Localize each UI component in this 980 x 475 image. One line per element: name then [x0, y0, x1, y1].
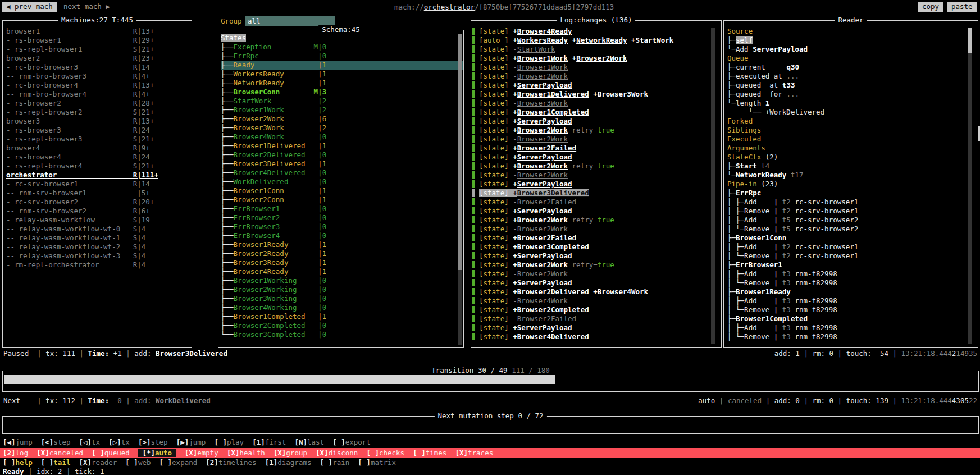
- log-row[interactable]: [state] -Browser2Work: [472, 72, 721, 81]
- log-row[interactable]: [state] -Browser2Work: [472, 135, 721, 144]
- schema-row[interactable]: ├──ErrBrowser1 |0: [221, 204, 463, 213]
- nav-play[interactable]: [ ]play: [214, 438, 244, 446]
- machine-row[interactable]: - rc-bro-browser4 R|13+: [6, 81, 192, 90]
- nav-jump[interactable]: [▶]jump: [176, 438, 206, 446]
- schema-row[interactable]: ├──NetworkReady |1: [221, 79, 463, 88]
- toggle-tail[interactable]: [ ]tail: [41, 458, 71, 467]
- log-row[interactable]: [state] +Browser2Work retry=true: [472, 126, 721, 135]
- toggle-disconn[interactable]: [X]disconn: [316, 449, 358, 457]
- reader-row[interactable]: Arguments: [727, 144, 978, 153]
- machine-row[interactable]: - rs-repl-browser1 S|21+: [6, 45, 192, 54]
- nav-step[interactable]: [<]step: [41, 438, 71, 446]
- toggle-rain[interactable]: [ ]rain: [320, 458, 350, 467]
- schema-row[interactable]: ├──WorkersReady |1: [221, 70, 463, 79]
- schema-row[interactable]: ├──Browser4Delivered |0: [221, 168, 463, 177]
- schema-row[interactable]: ├──Exception M|0: [221, 43, 463, 52]
- machine-row[interactable]: browser4 R|9+: [6, 144, 192, 153]
- reader-row[interactable]: Executed: [727, 135, 978, 144]
- toggle-help[interactable]: [ ]help: [3, 458, 33, 467]
- schema-row[interactable]: ├──Browser4Work |0: [221, 133, 463, 141]
- toggle-health[interactable]: [X]health: [227, 449, 265, 457]
- schema-row[interactable]: ├──ErrBrowser4 |0: [221, 231, 463, 240]
- machine-row[interactable]: - rc-srv-browser2 R|20+: [6, 198, 192, 207]
- machine-row[interactable]: -- relay-wasm-workflow-wt-1 S|4: [6, 234, 192, 243]
- reader-row[interactable]: Pipe-in (23): [727, 180, 978, 189]
- reader-row[interactable]: │ ├─Add | t3 rnm-f82998: [727, 323, 978, 332]
- log-row[interactable]: [auto_] +WorkersReady +NetworkReady +Sta…: [472, 36, 721, 45]
- toggle-web[interactable]: [ ]web: [125, 458, 151, 467]
- log-row[interactable]: [state] +Browser2Failed: [472, 234, 721, 243]
- reader-row[interactable]: ├─Browser1Ready: [727, 287, 978, 296]
- log-row[interactable]: [state] +Browser2Delivered +Browser4Work: [472, 287, 721, 296]
- log-row[interactable]: [state] +Browser1Delivered +Browser3Work: [472, 90, 721, 99]
- schema-row[interactable]: ├──Browser1Delivered |1: [221, 141, 463, 150]
- schema-row[interactable]: ├──Browser2Conn |1: [221, 195, 463, 204]
- log-row[interactable]: [state] +Browser4Ready: [472, 27, 721, 36]
- reader-row[interactable]: ├─Browser1Completed: [727, 314, 978, 323]
- machine-row[interactable]: - rs-browser1 R|29+: [6, 36, 192, 45]
- nav-first[interactable]: [1]first: [252, 438, 286, 446]
- machine-row[interactable]: -- rnm-bro-browser3 R|4+: [6, 72, 192, 81]
- schema-root-row[interactable]: States: [221, 34, 463, 43]
- reader-row[interactable]: └─Add ServerPayload: [727, 45, 978, 54]
- schema-row[interactable]: ├──BrowserConn M|3: [221, 88, 463, 97]
- toggle-log[interactable]: [2]log: [3, 449, 28, 457]
- nav-tx[interactable]: [◁]tx: [79, 438, 101, 446]
- reader-row[interactable]: │ ├─Add | t2 rc-srv-browser1: [727, 243, 978, 252]
- log-row[interactable]: [state] +Browser1Work +Browser2Work: [472, 54, 721, 63]
- reader-row[interactable]: │ └─Remove | t3 rnm-f82998: [727, 278, 978, 287]
- schema-row[interactable]: ├──ErrRpc |0: [221, 52, 463, 61]
- schema-row[interactable]: ├──StartWork |2: [221, 97, 463, 106]
- log-row[interactable]: [state] +ServerPayload: [472, 153, 721, 162]
- nav-step[interactable]: [>]step: [138, 438, 168, 446]
- log-row[interactable]: [state] +ServerPayload: [472, 323, 721, 332]
- schema-row[interactable]: ├──Browser1Conn |1: [221, 186, 463, 195]
- machine-row[interactable]: -- relay-wasm-workflow-wt-3 S|4: [6, 252, 192, 261]
- schema-row[interactable]: ├──ErrBrowser2 |0: [221, 213, 463, 222]
- machine-row[interactable]: browser2 R|23+: [6, 54, 192, 63]
- toggle-traces[interactable]: [X]traces: [455, 449, 493, 457]
- paste-button[interactable]: paste: [947, 2, 977, 12]
- schema-scrollbar-thumb[interactable]: [458, 34, 462, 270]
- reader-row[interactable]: │ └─Remove | t2 rc-srv-browser1: [727, 252, 978, 261]
- log-row[interactable]: [state] +Browser2Work retry=true: [472, 261, 721, 270]
- log-row[interactable]: [state] +ServerPayload: [472, 207, 721, 216]
- log-row[interactable]: [state] +Browser2Completed: [472, 305, 721, 314]
- next-mach-button[interactable]: next mach ▶: [63, 2, 110, 12]
- log-row[interactable]: [state] -Browser2Work: [472, 270, 721, 278]
- machine-row[interactable]: -- relay-wasm-workflow-wt-0 S|4: [6, 225, 192, 234]
- schema-row[interactable]: ├──Browser3Work |2: [221, 124, 463, 133]
- schema-row[interactable]: ├──Browser3Working |0: [221, 294, 463, 303]
- reader-row[interactable]: │ ├─Add | t3 rnm-f82998: [727, 296, 978, 305]
- reader-row[interactable]: Source: [727, 27, 978, 36]
- reader-row[interactable]: ├─self: [727, 36, 978, 45]
- log-row[interactable]: [state] -Browser2Work: [472, 171, 721, 180]
- toggle-expand[interactable]: [ ]expand: [159, 458, 198, 467]
- reader-row[interactable]: StateCtx (2): [727, 153, 978, 162]
- machine-row[interactable]: -- rnm-bro-browser4 R|4+: [6, 90, 192, 99]
- log-row[interactable]: [state] -Browser2Failed: [472, 198, 721, 207]
- schema-row[interactable]: ├──Browser4Ready |1: [221, 267, 463, 276]
- log-row[interactable]: [state] +ServerPayload: [472, 180, 721, 189]
- window-scrollbar-thumb[interactable]: [978, 126, 980, 141]
- machine-row[interactable]: - relay-wasm-workflow S|19: [6, 216, 192, 225]
- reader-row[interactable]: │ ├─Add | t5 rc-srv-browser2: [727, 216, 978, 225]
- toggle-reader[interactable]: [X]reader: [79, 458, 117, 467]
- toggle-canceled[interactable]: [X]canceled: [37, 449, 83, 457]
- reader-row[interactable]: └─NetworkReady t17: [727, 171, 978, 180]
- reader-row[interactable]: └── +WorkDelivered: [727, 108, 978, 117]
- nav-export[interactable]: [ ]export: [332, 438, 371, 446]
- reader-row[interactable]: │ └─Remove | t5 rc-srv-browser2: [727, 225, 978, 234]
- reader-row[interactable]: ├─ErrBrowser1: [727, 261, 978, 270]
- machine-row[interactable]: - rc-srv-browser1 R|14: [6, 180, 192, 189]
- toggle-auto[interactable]: [*]auto: [138, 449, 176, 457]
- reader-row[interactable]: │ ├─Remove | t2 rc-srv-browser1: [727, 207, 978, 216]
- reader-row[interactable]: └─length 1: [727, 99, 978, 108]
- machine-row[interactable]: -- rnm-srv-browser1 |5+: [6, 189, 192, 198]
- log-row[interactable]: [state] -Browser2Work: [472, 225, 721, 234]
- log-row[interactable]: [state] +Browser3Completed: [472, 243, 721, 252]
- schema-row[interactable]: ├──ErrBrowser3 |0: [221, 222, 463, 231]
- toggle-timelines[interactable]: [2]timelines: [206, 458, 256, 467]
- reader-row[interactable]: ├─queued for ...: [727, 90, 978, 99]
- schema-row[interactable]: ├──Browser2Ready |1: [221, 249, 463, 258]
